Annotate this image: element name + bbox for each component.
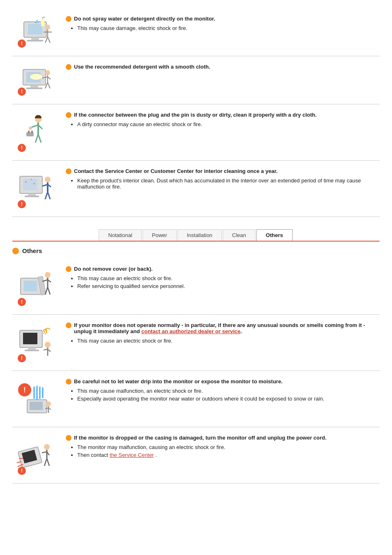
- others-heading: Others: [12, 247, 380, 254]
- svg-line-65: [48, 287, 50, 295]
- section-dropped: ! If the monitor is dropped or the casin…: [12, 427, 380, 484]
- section-water-img: !: [12, 378, 58, 419]
- bullet-item: This may cause an electric shock or fire…: [77, 338, 380, 344]
- section-connector: ! If the connector between the plug and …: [12, 104, 380, 161]
- svg-point-45: [30, 179, 32, 180]
- section-operate-bullets: This may cause an electric shock or fire…: [77, 338, 380, 344]
- section-cloth-img: !: [12, 64, 58, 97]
- section-cover-img: !: [12, 266, 58, 307]
- nav-bar: Notational Power Installation Clean Othe…: [12, 229, 380, 242]
- svg-line-64: [45, 287, 48, 295]
- svg-point-9: [35, 22, 36, 23]
- section-cover-bullets: This may cause an electric shock or fire…: [77, 275, 380, 289]
- svg-point-8: [37, 22, 39, 23]
- section-interior-img: !: [12, 168, 58, 209]
- bullet-item: Refer servicing to qualified service per…: [77, 283, 380, 289]
- link-authorized-dealer[interactable]: contact an authorized dealer or service: [141, 328, 240, 334]
- section-interior-content: Contact the Service Center or Customer C…: [66, 168, 380, 191]
- orange-circle-interior: [66, 168, 71, 174]
- svg-line-15: [45, 37, 48, 43]
- section-water-bullets: This may cause malfunction, an electric …: [77, 388, 380, 402]
- page: ! Do not spray water or detergent direct…: [0, 0, 392, 492]
- section-cover: ! Do not remove cover (or back). This ma…: [12, 258, 380, 315]
- svg-rect-2: [31, 37, 39, 40]
- section-spray-title: Do not spray water or detergent directly…: [66, 16, 380, 22]
- svg-rect-4: [41, 19, 44, 26]
- section-interior-title: Contact the Service Center or Customer C…: [66, 168, 380, 174]
- svg-text:!: !: [21, 89, 23, 94]
- tab-installation[interactable]: Installation: [178, 229, 222, 241]
- svg-line-39: [38, 134, 41, 143]
- svg-rect-37: [31, 131, 33, 133]
- orange-circle-dropped: [66, 435, 71, 441]
- svg-point-34: [29, 127, 32, 130]
- tab-clean[interactable]: Clean: [223, 229, 256, 241]
- svg-line-27: [48, 83, 50, 88]
- bullet-item: Then contact the Service Center .: [77, 452, 380, 458]
- section-operate-img: !: [12, 322, 58, 363]
- svg-point-86: [46, 401, 51, 406]
- section-connector-img: !: [12, 112, 58, 153]
- svg-point-46: [33, 183, 35, 184]
- svg-line-25: [48, 77, 51, 79]
- section-cloth: ! Use the recommended detergent with a s…: [12, 56, 380, 104]
- section-interior: ! Contact the Service Center or Customer…: [12, 161, 380, 217]
- section-dropped-content: If the monitor is dropped or the casing …: [66, 435, 380, 460]
- bullet-item: Especially avoid operating the monitor n…: [77, 396, 380, 402]
- section-operate-content: If your monitor does not operate normall…: [66, 322, 380, 345]
- section-cover-content: Do not remove cover (or back). This may …: [66, 266, 380, 291]
- svg-point-44: [25, 181, 27, 183]
- svg-point-60: [45, 272, 51, 278]
- bullet-item: A dirty connector may cause an electric …: [77, 121, 380, 127]
- svg-text:!: !: [21, 201, 23, 207]
- svg-rect-43: [23, 179, 37, 190]
- svg-point-21: [30, 74, 43, 80]
- svg-line-54: [48, 192, 50, 199]
- section-operate: ! If your monitor does not operate norma…: [12, 315, 380, 371]
- svg-rect-19: [30, 85, 38, 88]
- orange-circle-others: [12, 248, 19, 254]
- svg-line-53: [45, 192, 48, 199]
- tab-power[interactable]: Power: [143, 229, 177, 241]
- section-interior-bullets: Keep the product's interior clean. Dust …: [77, 177, 380, 190]
- bullet-item: This may cause damage, electric shock or…: [77, 25, 380, 31]
- svg-point-72: [45, 342, 51, 348]
- svg-text:!: !: [23, 386, 26, 394]
- section-water-content: Be careful not to let water drip into th…: [66, 378, 380, 403]
- orange-circle-operate: [66, 322, 71, 328]
- section-spray-bullets: This may cause damage, electric shock or…: [77, 25, 380, 31]
- bullet-item: This may cause malfunction, an electric …: [77, 388, 380, 394]
- svg-rect-47: [28, 193, 36, 196]
- section-cover-title: Do not remove cover (or back).: [66, 266, 380, 272]
- section-spray: ! Do not spray water or detergent direct…: [12, 8, 380, 56]
- svg-rect-70: [28, 348, 36, 350]
- section-water-title: Be careful not to let water drip into th…: [66, 378, 380, 385]
- orange-circle-cloth: [66, 64, 71, 70]
- svg-point-95: [44, 444, 50, 450]
- svg-point-22: [45, 70, 50, 75]
- svg-text:!: !: [21, 355, 23, 361]
- bullet-item: Keep the product's interior clean. Dust …: [77, 177, 380, 190]
- svg-line-38: [35, 134, 38, 143]
- svg-rect-85: [30, 402, 43, 410]
- svg-rect-69: [23, 333, 37, 344]
- section-dropped-title: If the monitor is dropped or the casing …: [66, 435, 380, 441]
- svg-rect-36: [28, 131, 30, 133]
- section-dropped-img: !: [12, 435, 58, 476]
- orange-circle-spray: [66, 16, 71, 22]
- svg-line-100: [47, 458, 49, 466]
- svg-point-12: [45, 25, 50, 30]
- svg-text:!: !: [21, 145, 23, 151]
- link-service-center[interactable]: the Service Center: [110, 452, 154, 458]
- section-spray-content: Do not spray water or detergent directly…: [66, 16, 380, 33]
- svg-text:!: !: [21, 299, 23, 305]
- svg-line-97: [42, 452, 47, 453]
- section-dropped-bullets: The monitor may malfunction, causing an …: [77, 444, 380, 458]
- section-water: ! Be careful not to let water drip into …: [12, 371, 380, 427]
- section-connector-title: If the connector between the plug and th…: [66, 112, 380, 118]
- tab-notational[interactable]: Notational: [99, 229, 142, 241]
- section-cloth-content: Use the recommended detergent with a smo…: [66, 64, 380, 73]
- svg-text:!: !: [21, 41, 23, 46]
- section-connector-bullets: A dirty connector may cause an electric …: [77, 121, 380, 127]
- tab-others[interactable]: Others: [256, 229, 293, 241]
